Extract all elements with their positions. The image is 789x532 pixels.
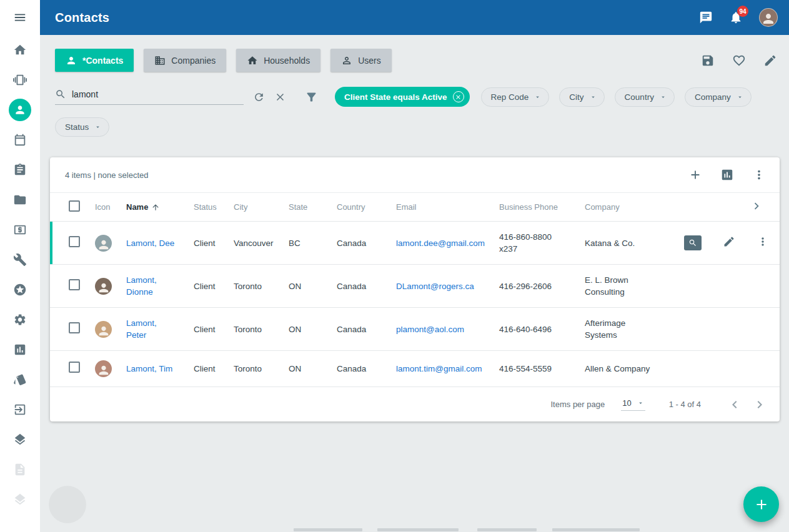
row-checkbox[interactable] <box>69 279 80 290</box>
cell-status: Client <box>187 222 227 265</box>
contact-email-link[interactable]: lamont.tim@gmail.com <box>396 364 482 373</box>
contact-email-link[interactable]: DLamont@rogers.ca <box>396 282 474 291</box>
table-row[interactable]: Lamont, Tim Client Toronto ON Canada lam… <box>50 351 780 387</box>
filter-icon[interactable] <box>305 91 318 104</box>
filter-rep-code-label: Rep Code <box>491 92 529 102</box>
cell-country: Canada <box>330 265 390 308</box>
app-root: Contacts 94 *Contacts Companies <box>0 0 789 532</box>
contact-email-link[interactable]: lamont.dee@gmail.com <box>396 239 485 248</box>
clear-search-icon[interactable] <box>274 91 286 103</box>
col-email[interactable]: Email <box>390 193 493 222</box>
chevron-down-icon <box>94 124 101 131</box>
table-row[interactable]: Lamont, Peter Client Toronto ON Canada p… <box>50 308 780 351</box>
contact-name-link[interactable]: Lamont, Dee <box>126 237 174 249</box>
col-state[interactable]: State <box>282 193 330 222</box>
table-row[interactable]: Lamont, Dee Client Vancouver BC Canada l… <box>50 222 780 265</box>
add-contact-fab[interactable] <box>743 486 779 522</box>
scroll-columns-right-icon[interactable] <box>750 199 763 215</box>
gear-icon <box>13 313 27 327</box>
edit-icon[interactable] <box>763 54 777 67</box>
more-options-icon[interactable] <box>752 168 766 182</box>
sidebar-item-rewards[interactable] <box>0 275 40 305</box>
sidebar-item-alerts[interactable] <box>0 65 40 95</box>
tab-households[interactable]: Households <box>236 49 320 72</box>
filter-company[interactable]: Company <box>685 87 752 107</box>
save-icon[interactable] <box>701 54 715 67</box>
layers-icon <box>13 493 27 506</box>
sidebar-item-home[interactable] <box>0 35 40 65</box>
table-row[interactable]: Lamont, Dionne Client Toronto ON Canada … <box>50 265 780 308</box>
content: *Contacts Companies Households Users <box>40 35 789 532</box>
items-per-page-select[interactable]: 10 <box>621 398 645 411</box>
tab-users[interactable]: Users <box>330 49 392 72</box>
entity-tabs: *Contacts Companies Households Users <box>55 49 780 72</box>
menu-icon[interactable] <box>0 0 40 35</box>
cell-state: BC <box>282 222 330 265</box>
sidebar-item-reports[interactable] <box>0 335 40 365</box>
tab-contacts[interactable]: *Contacts <box>55 49 134 72</box>
row-checkbox[interactable] <box>69 236 80 247</box>
preview-icon[interactable] <box>684 235 702 250</box>
notifications-icon[interactable]: 94 <box>729 11 743 24</box>
sidebar-item-tags[interactable] <box>0 365 40 395</box>
tab-companies[interactable]: Companies <box>144 49 226 72</box>
cell-company: Afterimage Systems <box>585 317 655 341</box>
search-input[interactable] <box>72 89 244 99</box>
sidebar-item-settings[interactable] <box>0 305 40 335</box>
edit-row-icon[interactable] <box>723 235 735 251</box>
sidebar-item-tools[interactable] <box>0 245 40 275</box>
next-page-icon[interactable] <box>752 397 767 412</box>
sidebar-item-disabled-2[interactable] <box>0 485 40 515</box>
chart-icon[interactable] <box>720 168 734 182</box>
row-menu-icon[interactable] <box>757 235 769 251</box>
row-checkbox[interactable] <box>69 322 80 333</box>
contact-avatar <box>95 321 112 338</box>
cell-city: Vancouver <box>227 222 282 265</box>
select-all-checkbox[interactable] <box>69 200 80 212</box>
col-icon[interactable]: Icon <box>89 193 120 222</box>
active-filter-chip[interactable]: Client State equals Active <box>335 87 470 107</box>
col-name[interactable]: Name <box>120 193 187 222</box>
filter-city[interactable]: City <box>559 87 604 107</box>
col-city[interactable]: City <box>227 193 282 222</box>
contact-name-link[interactable]: Lamont, Peter <box>126 317 179 341</box>
contact-name-link[interactable]: Lamont, Tim <box>126 363 172 375</box>
sidebar-item-calendar[interactable] <box>0 125 40 155</box>
search-icon <box>55 89 66 100</box>
user-avatar[interactable] <box>759 8 778 27</box>
sidebar-item-exit[interactable] <box>0 395 40 425</box>
cell-phone: 416-860-8800 x237 <box>499 231 562 255</box>
search-filter-row: Client State equals Active Rep Code City… <box>55 87 780 107</box>
exit-icon <box>13 403 27 416</box>
sidebar-item-billing[interactable] <box>0 215 40 245</box>
col-country[interactable]: Country <box>330 193 390 222</box>
contact-name-link[interactable]: Lamont, Dionne <box>126 274 179 298</box>
contact-email-link[interactable]: plamont@aol.com <box>396 325 464 334</box>
page-range: 1 - 4 of 4 <box>669 400 701 409</box>
tags-icon <box>13 373 27 387</box>
add-icon[interactable] <box>688 168 702 182</box>
previous-page-icon[interactable] <box>727 397 742 412</box>
chevron-down-icon <box>737 94 743 101</box>
sidebar-item-layers[interactable] <box>0 425 40 455</box>
col-status[interactable]: Status <box>187 193 227 222</box>
col-company[interactable]: Company <box>578 193 659 222</box>
user-outline-icon <box>341 55 352 66</box>
chat-icon[interactable] <box>699 11 713 24</box>
filter-rep-code[interactable]: Rep Code <box>481 87 550 107</box>
refresh-icon[interactable] <box>253 91 265 103</box>
row-checkbox[interactable] <box>69 362 80 373</box>
filter-status[interactable]: Status <box>55 117 109 137</box>
remove-filter-icon[interactable] <box>453 91 464 102</box>
sidebar-item-documents[interactable] <box>0 185 40 215</box>
wrench-icon <box>13 253 27 267</box>
col-business-phone[interactable]: Business Phone <box>493 193 578 222</box>
home-icon <box>13 43 27 57</box>
sidebar-item-contacts[interactable] <box>0 95 40 125</box>
sidebar-item-disabled-1[interactable] <box>0 455 40 485</box>
favorite-icon[interactable] <box>732 54 746 67</box>
cell-company: E. L. Brown Consulting <box>585 274 655 298</box>
filter-country[interactable]: Country <box>615 87 675 107</box>
sidebar-item-tasks[interactable] <box>0 155 40 185</box>
person-icon <box>761 11 776 26</box>
